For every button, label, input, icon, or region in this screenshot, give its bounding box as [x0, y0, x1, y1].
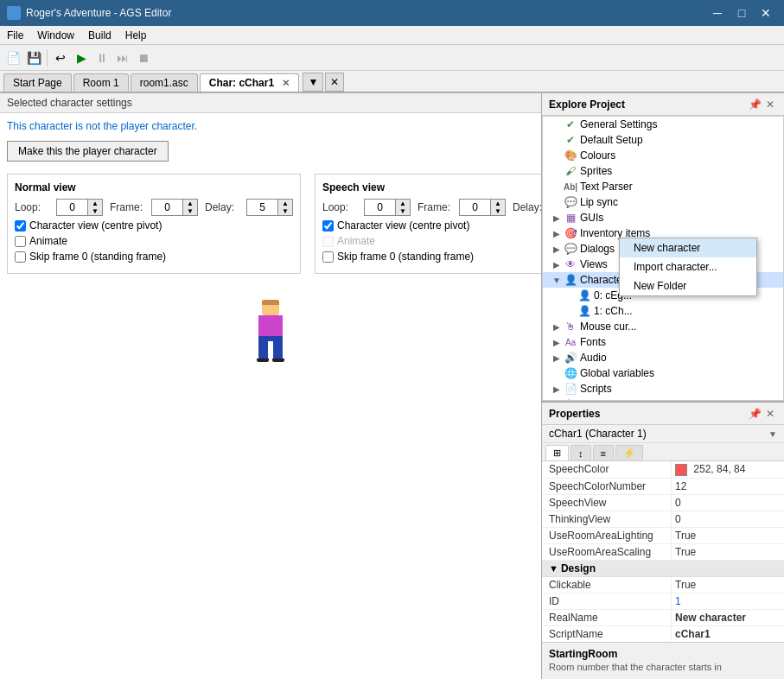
tree-lip-sync[interactable]: 💬 Lip sync — [543, 194, 783, 210]
tree-global-variables[interactable]: 🌐 Global variables — [543, 365, 783, 381]
props-header: Properties 📌 ✕ — [542, 403, 784, 425]
speech-charview-checkbox[interactable] — [322, 220, 334, 232]
normal-charview-checkbox[interactable] — [15, 220, 26, 232]
normal-loop-up[interactable]: ▲ — [88, 200, 102, 207]
tree-text-parser[interactable]: Ab| Text Parser — [543, 179, 783, 194]
tree-toggle: ▶ — [550, 384, 564, 394]
props-tab-grid[interactable]: ⊞ — [545, 445, 569, 460]
props-tab-sort[interactable]: ↕ — [570, 445, 591, 460]
explore-close-btn[interactable]: ✕ — [763, 98, 777, 111]
speech-frame-up[interactable]: ▲ — [491, 200, 505, 207]
menu-build[interactable]: Build — [81, 28, 118, 42]
normal-frame-up[interactable]: ▲ — [183, 200, 197, 207]
title-bar: Roger's Adventure - AGS Editor ─ □ ✕ — [0, 0, 784, 26]
tab-cchar1[interactable]: Char: cChar1 ✕ — [200, 73, 300, 92]
toolbar-new[interactable]: 📄 — [3, 48, 22, 67]
tab-room1asc[interactable]: room1.asc — [131, 73, 198, 92]
menu-bar: File Window Build Help — [0, 26, 784, 45]
sprite-shoe-right — [272, 359, 284, 362]
context-new-character[interactable]: New character — [620, 238, 756, 257]
tree-default-setup[interactable]: ✔ Default Setup — [543, 132, 783, 148]
normal-delay-input[interactable] — [247, 200, 277, 214]
speech-animate-checkbox[interactable] — [322, 236, 334, 247]
tree-char-1[interactable]: 👤 1: cCh... — [543, 303, 783, 319]
tree-label: Text Parser — [580, 181, 633, 193]
tab-close-all-btn[interactable]: ✕ — [325, 73, 344, 92]
props-description: StartingRoom Room number that the charac… — [542, 642, 784, 677]
normal-frame-spinner[interactable]: ▲ ▼ — [151, 199, 198, 216]
prop-name: ThinkingView — [542, 511, 672, 527]
normal-skipframe-checkbox[interactable] — [15, 251, 26, 263]
toolbar-stop[interactable]: ⏹ — [134, 48, 153, 67]
tree-mouse-cur[interactable]: ▶ 🖱 Mouse cur... — [543, 319, 783, 334]
menu-help[interactable]: Help — [118, 28, 154, 42]
tree-scripts[interactable]: ▶ 📄 Scripts — [543, 381, 783, 397]
speech-color-swatch — [675, 464, 687, 476]
normal-delay-spinner[interactable]: ▲ ▼ — [246, 199, 293, 216]
props-tab-list[interactable]: ≡ — [593, 445, 614, 460]
tree-toggle: ▶ — [550, 338, 564, 347]
speech-skipframe-row: Skip frame 0 (standing frame) — [322, 251, 541, 263]
maximize-button[interactable]: □ — [730, 4, 753, 22]
speech-frame-input[interactable] — [460, 200, 490, 214]
explore-header-btns: 📌 ✕ — [748, 98, 777, 111]
props-dropdown-arrow[interactable]: ▼ — [768, 429, 777, 439]
normal-loop-input[interactable] — [57, 200, 87, 214]
speech-loop-spinner[interactable]: ▲ ▼ — [364, 199, 411, 216]
toolbar-save[interactable]: 💾 — [24, 48, 43, 67]
speech-frame-spinner[interactable]: ▲ ▼ — [459, 199, 506, 216]
normal-delay-down[interactable]: ▼ — [278, 207, 292, 215]
tab-dropdown-btn[interactable]: ▼ — [303, 73, 323, 92]
tab-start-page[interactable]: Start Page — [3, 73, 72, 92]
speech-frame-down[interactable]: ▼ — [491, 207, 505, 215]
tree-fonts[interactable]: ▶ Aa Fonts — [543, 334, 783, 350]
normal-loop-spinner[interactable]: ▲ ▼ — [56, 199, 103, 216]
tree-general-settings[interactable]: ✔ General Settings — [543, 117, 783, 132]
prop-value: New character — [672, 610, 784, 625]
tree-sprites[interactable]: 🖌 Sprites — [543, 163, 783, 179]
tab-room1[interactable]: Room 1 — [73, 73, 129, 92]
toolbar-undo[interactable]: ↩ — [51, 48, 70, 67]
prop-row-speechview: SpeechView 0 — [542, 495, 784, 511]
speech-loop-up[interactable]: ▲ — [396, 200, 410, 207]
context-new-folder[interactable]: New Folder — [620, 276, 756, 295]
toolbar-step[interactable]: ⏭ — [113, 48, 132, 67]
menu-file[interactable]: File — [0, 28, 30, 42]
normal-loop-label: Loop: — [15, 201, 49, 213]
normal-frame-input[interactable] — [152, 200, 182, 214]
prop-name: ID — [542, 593, 672, 609]
normal-charview-row: Character view (centre pivot) — [15, 219, 293, 232]
props-tab-event[interactable]: ⚡ — [615, 445, 643, 460]
explore-pin-btn[interactable]: 📌 — [748, 98, 762, 111]
tree-guis[interactable]: ▶ ▦ GUIs — [543, 210, 783, 225]
default-setup-icon: ✔ — [564, 133, 577, 147]
menu-window[interactable]: Window — [30, 28, 81, 42]
speech-loop-input[interactable] — [365, 200, 395, 214]
props-pin-btn[interactable]: 📌 — [748, 407, 762, 421]
normal-view-loop-row: Loop: ▲ ▼ Frame: ▲ — [15, 199, 293, 216]
tree-label: Colours — [580, 149, 615, 162]
context-import-character[interactable]: Import character... — [620, 257, 756, 276]
tree-audio[interactable]: ▶ 🔊 Audio — [543, 350, 783, 365]
speech-loop-down[interactable]: ▼ — [396, 207, 410, 215]
normal-delay-up[interactable]: ▲ — [278, 200, 292, 207]
minimize-button[interactable]: ─ — [706, 4, 729, 22]
tree-label: 1: cCh... — [594, 305, 633, 317]
make-player-button[interactable]: Make this the player character — [7, 141, 169, 162]
tab-close-icon[interactable]: ✕ — [282, 78, 290, 88]
speech-animate-label: Animate — [337, 235, 375, 247]
title-controls: ─ □ ✕ — [706, 4, 777, 22]
speech-skipframe-label: Skip frame 0 (standing frame) — [337, 251, 474, 263]
normal-loop-down[interactable]: ▼ — [88, 207, 102, 215]
props-close-btn[interactable]: ✕ — [763, 407, 777, 421]
tree-colours[interactable]: 🎨 Colours — [543, 148, 783, 163]
prop-name: SpeechColor — [542, 461, 672, 478]
speech-skipframe-checkbox[interactable] — [322, 251, 334, 263]
tree-toggle: ▶ — [550, 244, 564, 254]
prop-row-thinkingview: ThinkingView 0 — [542, 511, 784, 528]
toolbar-run[interactable]: ▶ — [72, 48, 91, 67]
normal-frame-down[interactable]: ▼ — [183, 207, 197, 215]
close-button[interactable]: ✕ — [755, 4, 777, 22]
normal-animate-checkbox[interactable] — [15, 236, 26, 247]
toolbar-pause[interactable]: ⏸ — [92, 48, 112, 67]
